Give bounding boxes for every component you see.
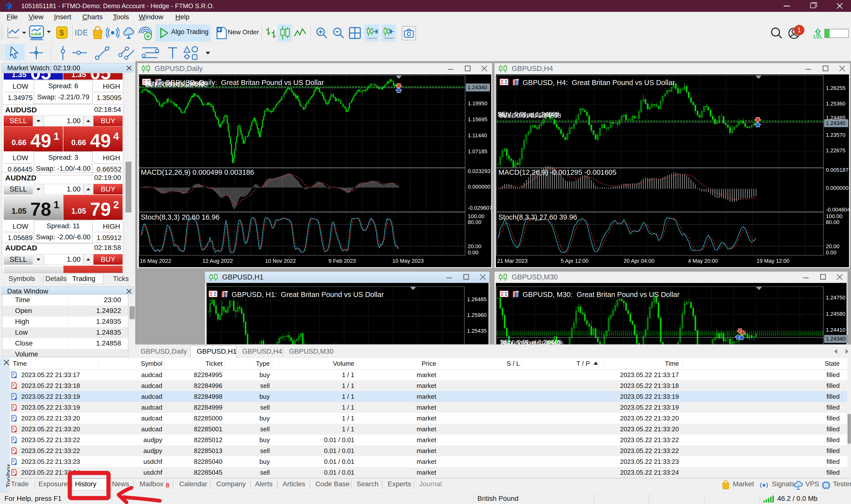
svg-text:LVL: LVL bbox=[814, 34, 822, 39]
svg-text:$: $ bbox=[59, 28, 64, 37]
